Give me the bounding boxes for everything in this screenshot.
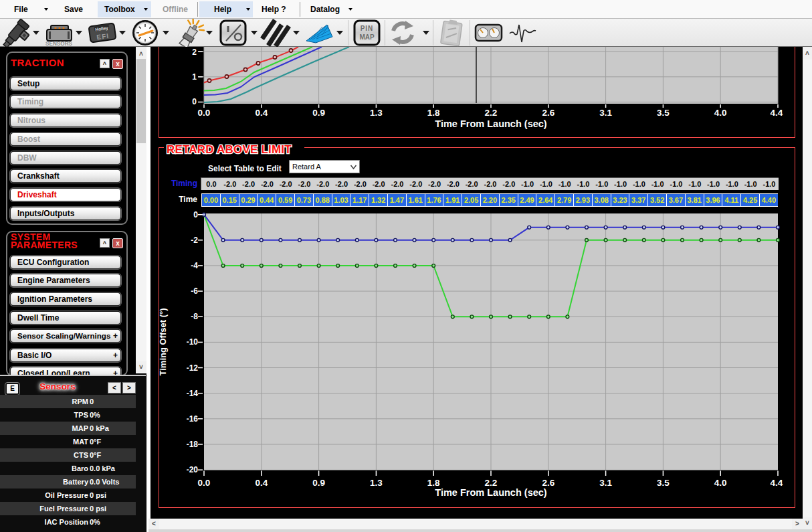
svg-text:-18: -18 <box>187 440 199 449</box>
svg-text:-14: -14 <box>187 389 199 398</box>
svg-text:Time From Launch (sec): Time From Launch (sec) <box>435 487 546 498</box>
svg-text:0.0: 0.0 <box>198 108 211 118</box>
svg-text:0: 0 <box>193 210 198 219</box>
svg-text:1.8: 1.8 <box>427 108 440 118</box>
svg-text:1.8: 1.8 <box>427 478 440 488</box>
svg-text:3.1: 3.1 <box>599 108 612 118</box>
svg-text:-4: -4 <box>191 261 198 270</box>
svg-text:-12: -12 <box>187 363 199 373</box>
svg-text:-6: -6 <box>191 286 198 296</box>
svg-text:0.9: 0.9 <box>312 108 325 118</box>
svg-text:0.9: 0.9 <box>312 478 325 488</box>
svg-text:-8: -8 <box>191 312 198 321</box>
svg-text:PIN: PIN <box>361 25 374 32</box>
svg-text:Time From Launch (sec): Time From Launch (sec) <box>435 118 546 129</box>
svg-text:0: 0 <box>192 97 197 106</box>
svg-text:-2: -2 <box>191 236 198 245</box>
svg-text:-16: -16 <box>187 414 199 424</box>
svg-text:1.3: 1.3 <box>370 478 383 488</box>
svg-text:2.6: 2.6 <box>542 478 554 488</box>
svg-text:2.2: 2.2 <box>485 478 498 488</box>
svg-text:-20: -20 <box>187 465 199 474</box>
svg-text:4.0: 4.0 <box>714 478 727 488</box>
svg-text:Timing Offset (°): Timing Offset (°) <box>158 308 168 375</box>
svg-text:RETARD ABOVE LIMIT: RETARD ABOVE LIMIT <box>167 143 292 156</box>
svg-text:-10: -10 <box>187 337 199 347</box>
svg-text:0.4: 0.4 <box>255 478 268 488</box>
svg-text:4.0: 4.0 <box>714 108 727 118</box>
svg-text:1.3: 1.3 <box>370 108 383 118</box>
svg-text:4.4: 4.4 <box>771 478 783 488</box>
svg-text:2.2: 2.2 <box>485 108 498 118</box>
svg-text:3.5: 3.5 <box>657 478 670 488</box>
svg-text:SENSORS: SENSORS <box>45 41 73 47</box>
svg-text:2: 2 <box>192 48 197 57</box>
svg-text:3.5: 3.5 <box>657 108 670 118</box>
svg-text:2.6: 2.6 <box>542 108 554 118</box>
svg-text:1: 1 <box>192 72 197 82</box>
svg-text:0.4: 0.4 <box>255 108 268 118</box>
svg-text:3.1: 3.1 <box>599 478 612 488</box>
svg-text:0.0: 0.0 <box>198 478 211 488</box>
svg-text:MAP: MAP <box>359 33 375 41</box>
svg-text:4.4: 4.4 <box>771 108 783 118</box>
